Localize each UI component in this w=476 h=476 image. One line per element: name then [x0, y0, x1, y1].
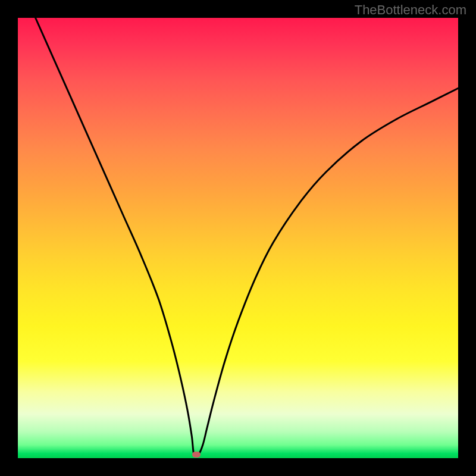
chart-frame: [0, 0, 476, 476]
plot-area: [18, 18, 458, 458]
bottleneck-curve: [18, 18, 458, 458]
watermark-text: TheBottleneck.com: [355, 2, 466, 18]
optimal-point-marker: [192, 452, 201, 458]
